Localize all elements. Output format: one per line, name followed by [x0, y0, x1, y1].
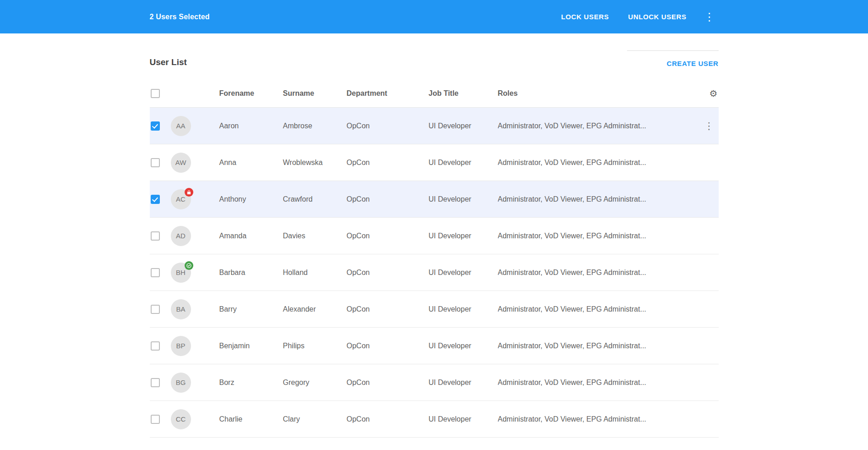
avatar: AC: [171, 189, 191, 209]
row-checkbox[interactable]: [151, 378, 160, 387]
forename-cell: Aaron: [219, 122, 283, 130]
column-header-department: Department: [347, 89, 429, 98]
roles-cell: Administrator, VoD Viewer, EPG Administr…: [498, 379, 700, 387]
roles-cell: Administrator, VoD Viewer, EPG Administr…: [498, 342, 700, 350]
table-row[interactable]: AW Anna Wroblewska OpCon UI Developer Ad…: [150, 144, 719, 181]
forename-cell: Barbara: [219, 269, 283, 277]
column-header-job-title: Job Title: [429, 89, 498, 98]
avatar: BG: [171, 373, 191, 393]
avatar-initials: BG: [176, 379, 186, 386]
main-content: User List CREATE USER Forename Surname D…: [150, 38, 719, 438]
job-title-cell: UI Developer: [429, 195, 498, 203]
department-cell: OpCon: [347, 415, 429, 423]
avatar: BA: [171, 299, 191, 319]
surname-cell: Holland: [283, 269, 347, 277]
table-row[interactable]: BP Benjamin Philips OpCon UI Developer A…: [150, 328, 719, 364]
avatar: AA: [171, 116, 191, 136]
kebab-menu-icon[interactable]: ⋮: [700, 10, 719, 24]
job-title-cell: UI Developer: [429, 305, 498, 313]
roles-cell: Administrator, VoD Viewer, EPG Administr…: [498, 269, 700, 277]
avatar: BH: [171, 263, 191, 283]
unlock-users-button[interactable]: UNLOCK USERS: [623, 9, 691, 24]
gear-icon[interactable]: ⚙: [710, 89, 719, 98]
row-checkbox[interactable]: [151, 158, 160, 167]
row-checkbox[interactable]: [151, 195, 160, 204]
column-header-roles: Roles: [498, 89, 700, 98]
job-title-cell: UI Developer: [429, 232, 498, 240]
department-cell: OpCon: [347, 305, 429, 313]
avatar-initials: AW: [175, 159, 186, 166]
surname-cell: Crawford: [283, 195, 347, 203]
department-cell: OpCon: [347, 232, 429, 240]
forename-cell: Amanda: [219, 232, 283, 240]
avatar: BP: [171, 336, 191, 356]
column-header-surname: Surname: [283, 89, 347, 98]
row-menu-icon[interactable]: ⋮: [703, 119, 719, 132]
row-checkbox[interactable]: [151, 341, 160, 351]
avatar: AW: [171, 153, 191, 173]
avatar-initials: AD: [176, 232, 186, 240]
row-checkbox[interactable]: [151, 415, 160, 424]
table-row[interactable]: CC Charlie Clary OpCon UI Developer Admi…: [150, 401, 719, 438]
lock-users-button[interactable]: LOCK USERS: [557, 9, 613, 24]
avatar: AD: [171, 226, 191, 246]
job-title-cell: UI Developer: [429, 122, 498, 130]
avatar: CC: [171, 409, 191, 429]
forename-cell: Borz: [219, 379, 283, 387]
surname-cell: Gregory: [283, 379, 347, 387]
table-row[interactable]: AC Anthony Crawford OpCon UI Developer A…: [150, 181, 719, 218]
page-title: User List: [150, 57, 187, 67]
job-title-cell: UI Developer: [429, 379, 498, 387]
forename-cell: Benjamin: [219, 342, 283, 350]
department-cell: OpCon: [347, 159, 429, 167]
roles-cell: Administrator, VoD Viewer, EPG Administr…: [498, 122, 700, 130]
create-user-button[interactable]: CREATE USER: [667, 60, 719, 67]
select-all-checkbox[interactable]: [151, 89, 160, 98]
avatar-initials: AC: [176, 195, 186, 203]
table-row[interactable]: BG Borz Gregory OpCon UI Developer Admin…: [150, 364, 719, 401]
surname-cell: Davies: [283, 232, 347, 240]
roles-cell: Administrator, VoD Viewer, EPG Administr…: [498, 159, 700, 167]
row-checkbox[interactable]: [151, 305, 160, 314]
table-row[interactable]: BH Barbara Holland OpCon UI Developer Ad…: [150, 254, 719, 291]
table-header: Forename Surname Department Job Title Ro…: [150, 79, 719, 108]
table-body: AA Aaron Ambrose OpCon UI Developer Admi…: [150, 108, 719, 438]
avatar-initials: CC: [176, 415, 186, 423]
job-title-cell: UI Developer: [429, 159, 498, 167]
roles-cell: Administrator, VoD Viewer, EPG Administr…: [498, 415, 700, 423]
forename-cell: Barry: [219, 305, 283, 313]
page-header: User List CREATE USER: [150, 38, 719, 73]
avatar-initials: BA: [176, 305, 185, 313]
surname-cell: Philips: [283, 342, 347, 350]
surname-cell: Alexander: [283, 305, 347, 313]
job-title-cell: UI Developer: [429, 342, 498, 350]
avatar-initials: AA: [176, 122, 185, 130]
row-checkbox[interactable]: [151, 231, 160, 241]
locked-badge-icon: [185, 188, 193, 197]
active-badge-icon: [185, 261, 193, 270]
table-row[interactable]: AA Aaron Ambrose OpCon UI Developer Admi…: [150, 108, 719, 144]
row-checkbox[interactable]: [151, 121, 160, 131]
surname-cell: Wroblewska: [283, 159, 347, 167]
avatar-initials: BP: [176, 342, 185, 350]
selection-count-text: 2 Users Selected: [150, 13, 210, 21]
surname-cell: Ambrose: [283, 122, 347, 130]
job-title-cell: UI Developer: [429, 269, 498, 277]
roles-cell: Administrator, VoD Viewer, EPG Administr…: [498, 195, 700, 203]
roles-cell: Administrator, VoD Viewer, EPG Administr…: [498, 305, 700, 313]
forename-cell: Anna: [219, 159, 283, 167]
job-title-cell: UI Developer: [429, 415, 498, 423]
avatar-initials: BH: [176, 269, 186, 276]
app-bar: 2 Users Selected LOCK USERS UNLOCK USERS…: [0, 0, 868, 33]
search-input[interactable]: [627, 39, 719, 51]
forename-cell: Anthony: [219, 195, 283, 203]
department-cell: OpCon: [347, 122, 429, 130]
department-cell: OpCon: [347, 269, 429, 277]
surname-cell: Clary: [283, 415, 347, 423]
appbar-actions: LOCK USERS UNLOCK USERS ⋮: [546, 9, 719, 24]
department-cell: OpCon: [347, 195, 429, 203]
department-cell: OpCon: [347, 379, 429, 387]
table-row[interactable]: AD Amanda Davies OpCon UI Developer Admi…: [150, 218, 719, 254]
table-row[interactable]: BA Barry Alexander OpCon UI Developer Ad…: [150, 291, 719, 328]
row-checkbox[interactable]: [151, 268, 160, 277]
